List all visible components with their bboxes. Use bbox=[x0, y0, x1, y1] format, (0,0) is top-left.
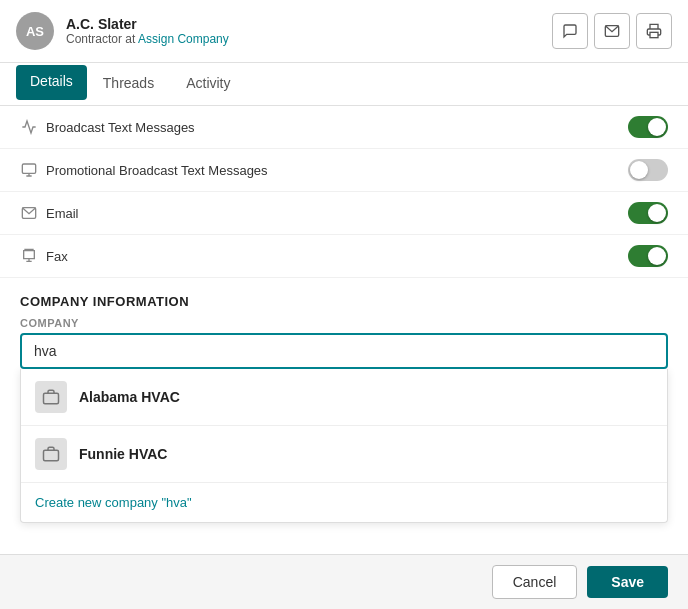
chat-button[interactable] bbox=[552, 13, 588, 49]
save-button[interactable]: Save bbox=[587, 566, 668, 598]
user-info: A.C. Slater Contractor at Assign Company bbox=[66, 16, 229, 46]
broadcast-text-text: Broadcast Text Messages bbox=[46, 120, 195, 135]
toggle-broadcast-text-label: Broadcast Text Messages bbox=[20, 118, 195, 136]
svg-rect-1 bbox=[650, 32, 658, 37]
create-new-company[interactable]: Create new company "hva" bbox=[21, 483, 667, 522]
toggle-fax-label: Fax bbox=[20, 247, 68, 265]
tab-threads[interactable]: Threads bbox=[87, 63, 170, 106]
company-input-wrap bbox=[20, 333, 668, 369]
toggle-broadcast-text: Broadcast Text Messages bbox=[0, 106, 688, 149]
company-dropdown: Alabama HVAC Funnie HVAC Create new comp… bbox=[20, 369, 668, 523]
assign-company-link[interactable]: Assign Company bbox=[138, 32, 229, 46]
cancel-button[interactable]: Cancel bbox=[492, 565, 578, 599]
promo-thumb bbox=[630, 161, 648, 179]
company-option-funnie-hvac[interactable]: Funnie HVAC bbox=[21, 426, 667, 483]
broadcast-text-icon bbox=[20, 118, 38, 136]
toggle-promo: Promotional Broadcast Text Messages bbox=[0, 149, 688, 192]
promo-text: Promotional Broadcast Text Messages bbox=[46, 163, 268, 178]
fax-track[interactable] bbox=[628, 245, 668, 267]
print-button[interactable] bbox=[636, 13, 672, 49]
email-thumb bbox=[648, 204, 666, 222]
alabama-hvac-icon bbox=[35, 381, 67, 413]
toggle-promo-label: Promotional Broadcast Text Messages bbox=[20, 161, 268, 179]
bottom-bar: Cancel Save bbox=[0, 554, 688, 609]
user-role: Contractor at Assign Company bbox=[66, 32, 229, 46]
company-field-label: COMPANY bbox=[0, 317, 688, 333]
role-label: Contractor at bbox=[66, 32, 135, 46]
promo-toggle[interactable] bbox=[628, 159, 668, 181]
svg-rect-4 bbox=[44, 393, 59, 404]
fax-thumb bbox=[648, 247, 666, 265]
tab-activity[interactable]: Activity bbox=[170, 63, 246, 106]
company-section-title: COMPANY INFORMATION bbox=[0, 278, 688, 317]
toggle-email: Email bbox=[0, 192, 688, 235]
svg-rect-2 bbox=[22, 164, 35, 173]
toggle-fax: Fax bbox=[0, 235, 688, 278]
email-toggle[interactable] bbox=[628, 202, 668, 224]
tabs: Details Threads Activity bbox=[0, 63, 688, 106]
tab-details[interactable]: Details bbox=[16, 65, 87, 100]
alabama-hvac-name: Alabama HVAC bbox=[79, 389, 180, 405]
broadcast-text-thumb bbox=[648, 118, 666, 136]
avatar: AS bbox=[16, 12, 54, 50]
svg-rect-5 bbox=[44, 450, 59, 461]
broadcast-text-toggle[interactable] bbox=[628, 116, 668, 138]
promo-icon bbox=[20, 161, 38, 179]
toggle-email-label: Email bbox=[20, 204, 79, 222]
funnie-hvac-name: Funnie HVAC bbox=[79, 446, 167, 462]
company-search-input[interactable] bbox=[20, 333, 668, 369]
mail-button[interactable] bbox=[594, 13, 630, 49]
email-icon bbox=[20, 204, 38, 222]
broadcast-text-track[interactable] bbox=[628, 116, 668, 138]
fax-text: Fax bbox=[46, 249, 68, 264]
fax-icon bbox=[20, 247, 38, 265]
promo-track[interactable] bbox=[628, 159, 668, 181]
user-name: A.C. Slater bbox=[66, 16, 229, 32]
header: AS A.C. Slater Contractor at Assign Comp… bbox=[0, 0, 688, 63]
header-actions bbox=[552, 13, 672, 49]
email-text: Email bbox=[46, 206, 79, 221]
email-track[interactable] bbox=[628, 202, 668, 224]
company-option-alabama-hvac[interactable]: Alabama HVAC bbox=[21, 369, 667, 426]
fax-toggle[interactable] bbox=[628, 245, 668, 267]
funnie-hvac-icon bbox=[35, 438, 67, 470]
main-content: Broadcast Text Messages Promotional Broa… bbox=[0, 106, 688, 557]
header-left: AS A.C. Slater Contractor at Assign Comp… bbox=[16, 12, 229, 50]
